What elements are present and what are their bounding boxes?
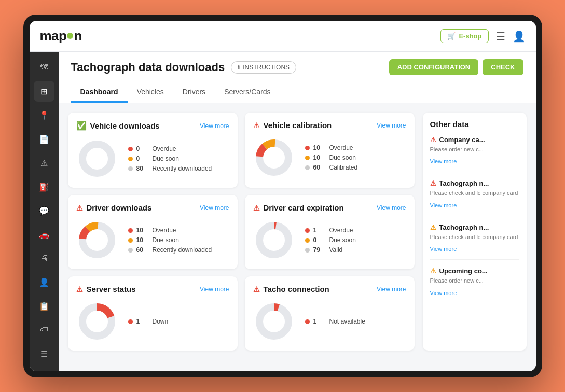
logo-text: mapn — [40, 28, 82, 44]
sidebar-item-vehicles[interactable]: 🚗 — [34, 224, 54, 245]
status-ok-icon: ✅ — [76, 121, 87, 131]
vehicle-calibration-title: ⚠ Vehicle calibration — [253, 121, 332, 130]
driver-downloads-view-more[interactable]: View more — [200, 204, 229, 212]
vehicle-calibration-view-more[interactable]: View more — [377, 122, 406, 129]
server-status-donut — [76, 301, 118, 342]
add-configuration-button[interactable]: ADD CONFIGURATION — [389, 59, 479, 75]
vehicle-calibration-svg — [253, 137, 295, 178]
main-layout: 🗺 ⊞ 📍 📄 ⚠ ⛽ 💬 🚗 🖨 👤 📋 🏷 ☰ — [30, 52, 536, 371]
page-header: Tachograph data downloads ℹ INSTRUCTIONS… — [59, 52, 536, 103]
page-title-row: Tachograph data downloads ℹ INSTRUCTIONS — [71, 61, 297, 74]
legend-overdue: 10 Overdue — [305, 144, 358, 151]
user-icon[interactable]: 👤 — [513, 30, 526, 43]
sidebar-item-fuel[interactable]: ⛽ — [34, 176, 54, 197]
driver-downloads-svg — [76, 219, 118, 261]
server-status-header: ⚠ Server status View more — [76, 285, 229, 293]
notif-upcoming-link[interactable]: View more — [430, 290, 457, 296]
server-status-title: ⚠ Server status — [76, 285, 136, 293]
sidebar-item-tags[interactable]: 🏷 — [34, 319, 54, 340]
device-screen: mapn 🛒 E-shop ☰ 👤 🗺 ⊞ 📍 📄 ⚠ ⛽ 💬 — [30, 21, 536, 371]
legend-due-soon: 10 Due soon — [305, 154, 358, 161]
notif-company-card-link[interactable]: View more — [430, 158, 457, 164]
due-soon-dot — [305, 156, 310, 160]
vehicle-downloads-view-more[interactable]: View more — [200, 122, 229, 130]
recently-dot — [128, 166, 133, 171]
content-area: Tachograph data downloads ℹ INSTRUCTIONS… — [59, 52, 536, 371]
vehicle-calibration-legend: 10 Overdue 10 Due soon — [305, 144, 358, 171]
sidebar-item-location[interactable]: 📍 — [34, 105, 54, 125]
driver-downloads-donut — [76, 219, 118, 261]
legend-valid: 79 Valid — [305, 246, 356, 254]
overdue-dot — [305, 146, 310, 150]
eshop-button[interactable]: 🛒 E-shop — [440, 29, 488, 43]
sidebar-item-map[interactable]: 🗺 — [34, 57, 54, 78]
server-status-view-more[interactable]: View more — [200, 286, 229, 293]
tab-drivers[interactable]: Drivers — [173, 82, 215, 103]
sidebar-item-profile[interactable]: 👤 — [34, 272, 54, 292]
sidebar-item-reports[interactable]: 📄 — [34, 129, 54, 149]
tacho-connection-header: ⚠ Tacho connection View more — [253, 285, 406, 293]
tab-servers-cards[interactable]: Servers/Cards — [215, 82, 280, 103]
check-button[interactable]: CHECK — [483, 59, 523, 75]
sidebar: 🗺 ⊞ 📍 📄 ⚠ ⛽ 💬 🚗 🖨 👤 📋 🏷 ☰ — [30, 52, 59, 371]
sidebar-item-documents[interactable]: 📋 — [34, 296, 54, 316]
svg-point-0 — [82, 144, 112, 173]
calibrated-dot — [305, 165, 310, 170]
due-soon-dot — [128, 238, 133, 243]
notif-company-card-desc: Please order new c... — [430, 146, 519, 153]
due-soon-dot — [128, 157, 133, 161]
vehicle-downloads-card: ✅ Vehicle downloads View more — [68, 113, 238, 188]
vehicle-downloads-donut — [76, 138, 118, 179]
sidebar-item-more[interactable]: ☰ — [34, 343, 54, 364]
sidebar-item-tachograph[interactable]: 🖨 — [34, 248, 54, 269]
driver-downloads-card: ⚠ Driver downloads View more — [68, 195, 238, 269]
notification-tachograph-2: ⚠ Tachograph n... Please check and lc co… — [430, 223, 519, 260]
tab-dashboard[interactable]: Dashboard — [71, 82, 128, 103]
top-bar: mapn 🛒 E-shop ☰ 👤 — [30, 21, 536, 52]
driver-downloads-body: 10 Overdue 10 Due soon — [76, 219, 229, 261]
notification-tachograph-1: ⚠ Tachograph n... Please check and lc co… — [430, 179, 519, 216]
driver-card-expiration-header: ⚠ Driver card expiration View more — [253, 203, 406, 212]
tacho-connection-title: ⚠ Tacho connection — [253, 285, 329, 293]
page-title: Tachograph data downloads — [71, 61, 225, 74]
legend-overdue: 0 Overdue — [128, 145, 212, 152]
cart-icon: 🛒 — [447, 32, 456, 40]
legend-due-soon: 0 Due soon — [305, 236, 356, 244]
sidebar-item-dashboard[interactable]: ⊞ — [34, 81, 54, 102]
server-status-body: 1 Down — [76, 301, 229, 342]
tacho-connection-svg — [253, 301, 295, 342]
instructions-button[interactable]: ℹ INSTRUCTIONS — [231, 61, 296, 74]
legend-recently-downloaded: 80 Recently downloaded — [128, 165, 212, 172]
driver-card-expiration-view-more[interactable]: View more — [377, 204, 406, 212]
notif-tacho2-desc: Please check and lc company card — [430, 233, 519, 241]
legend-not-available: 1 Not available — [305, 318, 365, 325]
right-panel-title: Other data — [430, 120, 519, 129]
tacho-connection-view-more[interactable]: View more — [377, 286, 406, 293]
sidebar-item-alerts[interactable]: ⚠ — [34, 152, 54, 173]
menu-icon[interactable]: ☰ — [496, 30, 505, 43]
vehicle-downloads-header: ✅ Vehicle downloads View more — [76, 121, 229, 131]
tab-vehicles[interactable]: Vehicles — [128, 82, 173, 103]
legend-calibrated: 60 Calibrated — [305, 164, 358, 171]
instructions-label: INSTRUCTIONS — [243, 64, 290, 71]
tacho-connection-legend: 1 Not available — [305, 318, 365, 325]
driver-downloads-legend: 10 Overdue 10 Due soon — [128, 227, 212, 254]
page-header-top: Tachograph data downloads ℹ INSTRUCTIONS… — [71, 59, 523, 75]
vehicle-calibration-body: 10 Overdue 10 Due soon — [253, 137, 406, 178]
driver-card-expiration-card: ⚠ Driver card expiration View more — [245, 195, 415, 269]
notif-tacho1-desc: Please check and lc company card — [430, 189, 519, 197]
warn-yellow-icon: ⚠ — [430, 223, 436, 231]
overdue-dot — [305, 228, 310, 233]
sidebar-item-messages[interactable]: 💬 — [34, 200, 54, 221]
notif-company-card-title: ⚠ Company ca... — [430, 136, 519, 144]
warn-icon: ⚠ — [253, 285, 260, 293]
legend-recently-downloaded: 60 Recently downloaded — [128, 246, 212, 254]
notification-upcoming: ⚠ Upcoming co... Please order new c... V… — [430, 267, 519, 303]
driver-card-expiration-svg — [253, 219, 295, 261]
logo: mapn — [40, 28, 82, 44]
notif-tacho1-link[interactable]: View more — [430, 202, 457, 208]
notif-tacho2-link[interactable]: View more — [430, 246, 457, 252]
device-frame: mapn 🛒 E-shop ☰ 👤 🗺 ⊞ 📍 📄 ⚠ ⛽ 💬 — [23, 15, 542, 377]
legend-down: 1 Down — [128, 318, 169, 325]
logo-dot — [67, 33, 73, 39]
